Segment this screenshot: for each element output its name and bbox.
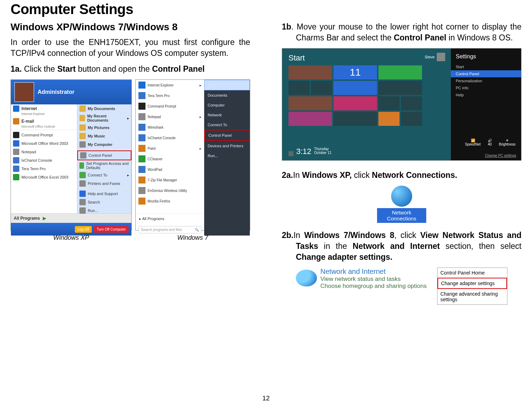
- xp-menu-item: Connect To ▸: [77, 171, 131, 179]
- w7-menu-item: WordPad: [136, 164, 204, 175]
- w7-all-programs: ▸ All Programs: [136, 213, 204, 224]
- app-icon: [79, 133, 86, 139]
- right-column: 1b. Move your mouse to the lower right h…: [282, 21, 521, 305]
- app-icon: [79, 141, 86, 148]
- w8-tile-app: [378, 65, 422, 79]
- xp-menu-item: My Pictures: [77, 123, 131, 132]
- w8-settings-item: PC info: [451, 84, 521, 91]
- step-1a-mid: button and open the: [76, 64, 152, 73]
- w7-menu-item: Devices and Printers: [204, 141, 250, 151]
- w7-all-programs-label: All Programs: [142, 217, 164, 221]
- network-connections-icon: Network Connections: [377, 186, 426, 223]
- cp-home-title: Control Panel Home: [437, 268, 507, 278]
- w8-tile: [378, 112, 400, 126]
- w8-tile: [288, 81, 310, 95]
- app-icon: [79, 162, 84, 169]
- app-icon: [79, 124, 86, 131]
- w7-right-panel: SQADocumentsComputerNetworkConnect ToCon…: [204, 80, 250, 213]
- w7-control-panel-item: Control Panel: [204, 130, 250, 141]
- arrow-right-icon: ▶: [43, 216, 46, 221]
- xp-left-panel: InternetInternet ExplorerE-mailMicrosoft…: [11, 104, 77, 213]
- w8-tile-photo: [288, 65, 332, 79]
- xp-start-header: Administrator: [11, 80, 131, 104]
- app-icon: [79, 172, 86, 178]
- app-icon: [79, 105, 86, 112]
- app-icon: [13, 118, 19, 124]
- step-num-2b: 2b.: [282, 231, 293, 240]
- step-2b-mid3: section, then select: [440, 242, 521, 251]
- xp-username: Administrator: [38, 89, 74, 95]
- netint-line2: Choose homegroup and sharing options: [320, 283, 427, 290]
- xp-menu-item: Printers and Faxes: [77, 179, 131, 188]
- netint-title: Network and Internet: [320, 268, 427, 276]
- w7-search-placeholder: Search programs and files: [141, 228, 182, 232]
- w8-start-title: Start: [288, 53, 445, 63]
- app-icon: [138, 176, 145, 184]
- wifi-icon: 📶SpeedNet: [465, 139, 480, 146]
- step-num-1a: 1a.: [11, 64, 22, 73]
- globe-network-icon: [296, 270, 317, 287]
- netint-line1: View network status and tasks: [320, 276, 427, 283]
- xp-menu-item: Microsoft Office Excel 2003: [11, 173, 77, 181]
- w8-user-badge: Steve: [425, 53, 445, 61]
- w8-tile-ie: [333, 81, 377, 95]
- change-adapter-settings-item: Change adapter settings: [437, 278, 507, 289]
- step-1b-bold: Control Panel: [394, 33, 447, 42]
- app-icon: [138, 155, 145, 162]
- xp-footer: Log Off Turn Off Computer: [11, 223, 131, 236]
- app-icon: [79, 180, 86, 187]
- xp-menu-item: My Music: [77, 132, 131, 140]
- app-icon: [13, 174, 19, 180]
- app-icon: [138, 92, 145, 99]
- w7-menu-item: Internet Explorer▸: [136, 80, 204, 90]
- step-2a: 2a.In Windows XP, click Network Connecti…: [282, 170, 521, 181]
- screenshot-windows-xp: Administrator InternetInternet ExplorerE…: [11, 79, 132, 231]
- step-num-2a: 2a.: [282, 170, 293, 180]
- w8-user-avatar: [437, 53, 445, 61]
- w8-settings-item: Start: [451, 63, 521, 70]
- w8-tile-weather: [333, 112, 377, 126]
- screenshot-windows-8: Start Steve 11: [282, 48, 521, 161]
- step-1b-tail: in Windows 8 OS.: [449, 33, 513, 42]
- os-subheading: Windows XP/Windows 7/Windows 8: [11, 21, 250, 33]
- step-1a-pre: Click the: [22, 64, 57, 73]
- w8-tile-news: [333, 96, 377, 110]
- w8-tile-calendar: 11: [333, 65, 377, 79]
- network-internet-row: Network and Internet View network status…: [282, 268, 521, 305]
- network-connections-label: Network Connections: [377, 208, 426, 223]
- xp-menu-item: Internet: [11, 104, 77, 113]
- app-icon: [138, 145, 145, 152]
- left-column: Windows XP/Windows 7/Windows 8 In order …: [11, 21, 250, 305]
- w7-menu-item: Connect To: [204, 120, 250, 130]
- w8-control-panel-item: Control Panel: [451, 70, 521, 77]
- w7-menu-item: IxChariot Console: [136, 133, 204, 143]
- step-2b-mid2: in the: [318, 242, 353, 251]
- app-icon: [80, 152, 86, 159]
- w7-menu-item: Mozilla Firefox: [136, 196, 204, 206]
- w7-menu-item: Notepad▸: [136, 111, 204, 122]
- xp-menu-item: IxChariot Console: [11, 156, 77, 165]
- caption-xp: Windows XP: [11, 234, 132, 242]
- xp-turnoff-button: Turn Off Computer: [94, 226, 129, 233]
- app-icon: [79, 199, 86, 205]
- w8-tile-people: [288, 96, 332, 110]
- xp-menu-item: My Recent Documents ▸: [77, 113, 131, 123]
- w8-tile: [378, 96, 400, 110]
- w7-menu-item: Documents: [204, 90, 250, 100]
- step-2b-b1: Windows 7/Windows 8: [304, 231, 394, 240]
- step-2a-mid: click: [352, 170, 372, 180]
- app-icon: [13, 140, 19, 147]
- app-icon: [138, 113, 145, 120]
- xp-menu-item: E-mail: [11, 117, 77, 125]
- w7-menu-item: CCleaner: [136, 154, 204, 164]
- w8-tile: [378, 81, 422, 95]
- app-icon: [79, 207, 86, 214]
- step-2a-pre: In: [293, 170, 302, 180]
- xp-user-avatar: [14, 82, 34, 102]
- xp-menu-item: Command Prompt: [11, 131, 77, 139]
- xp-control-panel-item: Control Panel: [77, 150, 131, 160]
- two-column-layout: Windows XP/Windows 7/Windows 8 In order …: [11, 21, 521, 305]
- step-1a: 1a. Click the Start button and open the …: [11, 64, 250, 75]
- w8-settings-item: Personalization: [451, 77, 521, 84]
- w7-left-panel: Internet Explorer▸Tera Term ProCommand P…: [136, 80, 204, 213]
